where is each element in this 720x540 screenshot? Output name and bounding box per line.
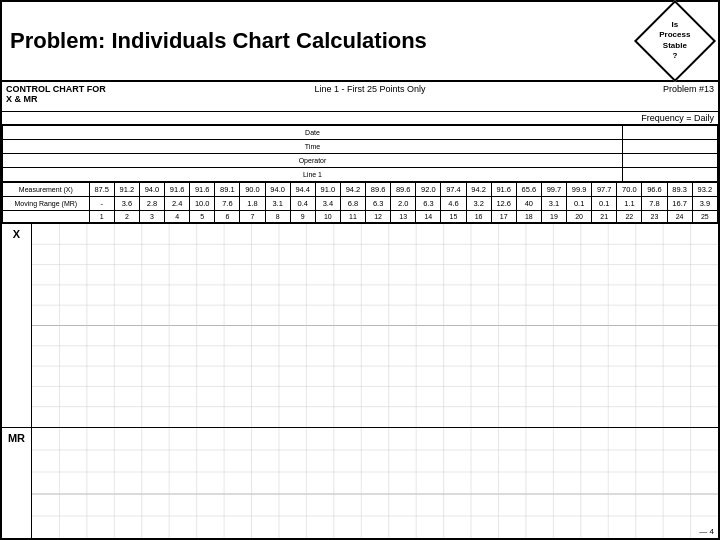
- mr-val-6: 7.6: [215, 197, 240, 211]
- moving-range-label: Moving Range (MR): [3, 197, 90, 211]
- pt-15: 15: [441, 211, 466, 223]
- x-val-18: 65.6: [516, 183, 541, 197]
- problem-number: Problem #13: [614, 84, 714, 94]
- mr-val-13: 2.0: [391, 197, 416, 211]
- mr-val-7: 1.8: [240, 197, 265, 211]
- pt-17: 17: [491, 211, 516, 223]
- mr-val-16: 3.2: [466, 197, 491, 211]
- pt-5: 5: [190, 211, 215, 223]
- x-val-3: 94.0: [139, 183, 164, 197]
- mr-val-11: 6.8: [340, 197, 365, 211]
- measurement-x-row: Measurement (X) 87.5 91.2 94.0 91.6 91.6…: [3, 183, 718, 197]
- pt-3: 3: [139, 211, 164, 223]
- operator-row: Operator: [3, 154, 718, 168]
- pt-20: 20: [567, 211, 592, 223]
- pt-6: 6: [215, 211, 240, 223]
- x-val-12: 89.6: [366, 183, 391, 197]
- mr-val-20: 0.1: [567, 197, 592, 211]
- mr-val-3: 2.8: [139, 197, 164, 211]
- pt-19: 19: [541, 211, 566, 223]
- frequency-row: Frequency = Daily: [2, 112, 718, 125]
- measurement-label: Measurement (X): [3, 183, 90, 197]
- pt-2: 2: [114, 211, 139, 223]
- pt-22: 22: [617, 211, 642, 223]
- pt-16: 16: [466, 211, 491, 223]
- frequency-text: Frequency = Daily: [641, 113, 714, 123]
- mr-val-18: 40: [516, 197, 541, 211]
- control-chart-info: CONTROL CHART FOR X & MR Line 1 - First …: [2, 82, 718, 112]
- mr-chart-label: MR: [8, 432, 25, 444]
- x-val-5: 91.6: [190, 183, 215, 197]
- mr-chart-plot: — 4: [32, 428, 718, 538]
- mr-val-14: 6.3: [416, 197, 441, 211]
- x-val-10: 91.0: [315, 183, 340, 197]
- x-val-25: 93.2: [692, 183, 717, 197]
- moving-range-row: Moving Range (MR) - 3.6 2.8 2.4 10.0 7.6…: [3, 197, 718, 211]
- pt-11: 11: [340, 211, 365, 223]
- mr-val-9: 0.4: [290, 197, 315, 211]
- data-section: Date Time Operator Line 1 Measurement (: [2, 125, 718, 224]
- pt-1: 1: [89, 211, 114, 223]
- x-val-2: 91.2: [114, 183, 139, 197]
- x-chart-label: X: [13, 228, 20, 240]
- pt-25: 25: [692, 211, 717, 223]
- x-val-14: 92.0: [416, 183, 441, 197]
- x-val-9: 94.4: [290, 183, 315, 197]
- control-chart-label: CONTROL CHART FOR: [6, 84, 126, 94]
- x-val-15: 97.4: [441, 183, 466, 197]
- x-val-8: 94.0: [265, 183, 290, 197]
- mr-val-8: 3.1: [265, 197, 290, 211]
- x-val-23: 96.6: [642, 183, 667, 197]
- x-val-1: 87.5: [89, 183, 114, 197]
- pt-4: 4: [165, 211, 190, 223]
- operator-label: Operator: [3, 154, 623, 168]
- chart-center-info: Line 1 - First 25 Points Only: [126, 84, 614, 94]
- x-val-13: 89.6: [391, 183, 416, 197]
- x-val-19: 99.7: [541, 183, 566, 197]
- time-row: Time: [3, 140, 718, 154]
- pt-24: 24: [667, 211, 692, 223]
- x-val-6: 89.1: [215, 183, 240, 197]
- badge-text: Is Process Stable ?: [659, 20, 690, 62]
- pt-21: 21: [592, 211, 617, 223]
- line-label: Line 1: [3, 168, 623, 182]
- x-val-16: 94.2: [466, 183, 491, 197]
- pt-14: 14: [416, 211, 441, 223]
- date-row: Date: [3, 126, 718, 140]
- x-val-22: 70.0: [617, 183, 642, 197]
- mr-val-4: 2.4: [165, 197, 190, 211]
- chart-type: X & MR: [6, 94, 126, 104]
- page-title: Problem: Individuals Chart Calculations: [10, 28, 427, 54]
- pt-18: 18: [516, 211, 541, 223]
- time-label: Time: [3, 140, 623, 154]
- pt-8: 8: [265, 211, 290, 223]
- mr-val-15: 4.6: [441, 197, 466, 211]
- mr-val-21: 0.1: [592, 197, 617, 211]
- mr-val-25: 3.9: [692, 197, 717, 211]
- mr-val-2: 3.6: [114, 197, 139, 211]
- x-val-11: 94.2: [340, 183, 365, 197]
- line-row: Line 1: [3, 168, 718, 182]
- x-val-4: 91.6: [165, 183, 190, 197]
- mr-val-10: 3.4: [315, 197, 340, 211]
- pt-13: 13: [391, 211, 416, 223]
- pt-10: 10: [315, 211, 340, 223]
- mr-val-5: 10.0: [190, 197, 215, 211]
- date-label: Date: [3, 126, 623, 140]
- x-val-17: 91.6: [491, 183, 516, 197]
- x-val-7: 90.0: [240, 183, 265, 197]
- pt-9: 9: [290, 211, 315, 223]
- mr-val-12: 6.3: [366, 197, 391, 211]
- x-val-20: 99.9: [567, 183, 592, 197]
- x-val-21: 97.7: [592, 183, 617, 197]
- pt-23: 23: [642, 211, 667, 223]
- mr-val-23: 7.8: [642, 197, 667, 211]
- process-stable-badge: Is Process Stable ?: [640, 6, 710, 76]
- bottom-note: — 4: [699, 527, 714, 536]
- mr-val-22: 1.1: [617, 197, 642, 211]
- pt-12: 12: [366, 211, 391, 223]
- x-chart-plot: [32, 224, 718, 427]
- data-table: Date Time Operator Line 1: [2, 125, 718, 182]
- mr-val-24: 16.7: [667, 197, 692, 211]
- mr-val-19: 3.1: [541, 197, 566, 211]
